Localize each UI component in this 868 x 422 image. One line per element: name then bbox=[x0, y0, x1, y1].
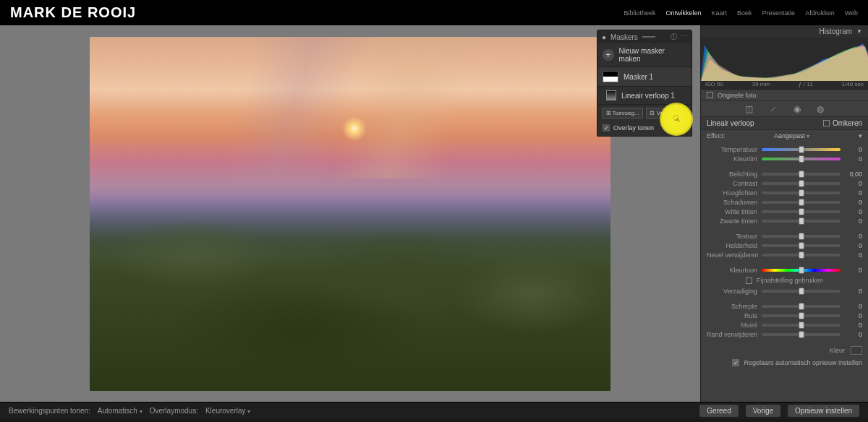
nav-ontwikkelen[interactable]: Ontwikkelen bbox=[666, 9, 702, 17]
slider-label-zwartetinten: Zwarte tinten bbox=[707, 218, 757, 225]
slider-belichting[interactable] bbox=[762, 173, 841, 176]
slider-ruis[interactable] bbox=[762, 314, 841, 317]
slider-label-contrast: Contrast bbox=[707, 180, 757, 187]
slider-label-moire: Moiré bbox=[707, 322, 757, 329]
slider-textuur[interactable] bbox=[762, 235, 841, 238]
effect-menu-icon[interactable]: ▾ bbox=[859, 132, 862, 139]
new-mask-label: Nieuw masker maken bbox=[619, 47, 686, 63]
slider-value-zwartetinten[interactable]: 0 bbox=[845, 218, 862, 225]
tool-heal-icon[interactable]: ⟋ bbox=[769, 104, 778, 114]
invert-checkbox[interactable] bbox=[823, 120, 830, 126]
meta-aperture: ƒ / 11 bbox=[799, 81, 813, 87]
tool-mask-icon[interactable]: ◍ bbox=[817, 104, 824, 114]
tool-crop-icon[interactable]: ◫ bbox=[745, 104, 753, 114]
slider-kleurtint[interactable] bbox=[762, 158, 841, 160]
slider-label-helderheid: Helderheid bbox=[707, 242, 757, 249]
mask-dot-icon[interactable]: ● bbox=[602, 33, 606, 41]
section-title: Lineair verloop bbox=[707, 119, 754, 127]
slider-value-belichting[interactable]: 0,00 bbox=[845, 171, 862, 178]
reset-button[interactable]: Opnieuw instellen bbox=[788, 405, 859, 417]
svg-marker-4 bbox=[701, 45, 868, 81]
nav-afdrukken[interactable]: Afdrukken bbox=[805, 9, 835, 17]
slider-value-helderheid[interactable]: 0 bbox=[845, 242, 862, 249]
slider-label-scherpte: Scherpte bbox=[707, 303, 757, 310]
slider-label-nevel: Nevel verwijderen bbox=[707, 251, 757, 259]
slider-value-nevel[interactable]: 0 bbox=[845, 251, 862, 259]
nav-presentatie[interactable]: Presentatie bbox=[762, 9, 796, 17]
overlaymode-label: Overlaymodus: bbox=[150, 407, 198, 415]
mask-menu-icon[interactable]: ⋯ bbox=[681, 33, 687, 42]
slider-scherpte[interactable] bbox=[762, 305, 841, 308]
slider-value-kleurtoon[interactable]: 0 bbox=[845, 267, 862, 274]
slider-label-rand: Rand verwijderen bbox=[707, 331, 757, 338]
image-viewer[interactable] bbox=[0, 25, 700, 402]
slider-value-kleurtint[interactable]: 0 bbox=[845, 155, 862, 163]
mask-item-label: Masker 1 bbox=[624, 73, 653, 81]
nav-bibliotheek[interactable]: Bibliotheek bbox=[624, 9, 656, 17]
slider-contrast[interactable] bbox=[762, 182, 841, 185]
slider-rand[interactable] bbox=[762, 333, 841, 336]
photo-preview bbox=[90, 37, 610, 391]
nav-boek[interactable]: Boek bbox=[737, 9, 752, 17]
slider-value-wittetinten[interactable]: 0 bbox=[845, 208, 862, 215]
kleur-swatch[interactable] bbox=[851, 346, 862, 355]
prev-button[interactable]: Vorige bbox=[746, 405, 780, 417]
masks-title: Maskers bbox=[610, 33, 638, 41]
mask-item-1[interactable]: Masker 1 bbox=[597, 67, 692, 87]
meta-shutter: 1/40 sec bbox=[842, 81, 864, 87]
slider-zwartetinten[interactable] bbox=[762, 220, 841, 223]
gradient-thumb-icon bbox=[606, 90, 616, 100]
slider-label-kleurtint: Kleurtint bbox=[707, 155, 757, 163]
histogram[interactable]: ISO 50 39 mm ƒ / 11 1/40 sec bbox=[701, 38, 868, 90]
slider-moire[interactable] bbox=[762, 324, 841, 327]
slider-value-schaduwen[interactable]: 0 bbox=[845, 199, 862, 206]
slider-nevel[interactable] bbox=[762, 254, 841, 257]
mask-component-label: Lineair verloop 1 bbox=[621, 92, 675, 100]
top-nav: Bibliotheek Ontwikkelen Kaart Boek Prese… bbox=[624, 9, 859, 17]
kleur-label: Kleur bbox=[830, 347, 845, 354]
slider-label-temperatuur: Temperatuur bbox=[707, 146, 757, 153]
done-button[interactable]: Gereed bbox=[699, 405, 738, 417]
effect-value[interactable]: Aangepast ▾ bbox=[774, 132, 810, 139]
slider-value-verzadiging[interactable]: 0 bbox=[845, 288, 862, 295]
slider-value-moire[interactable]: 0 bbox=[845, 322, 862, 329]
editpoints-mode[interactable]: Automatisch ▾ bbox=[98, 407, 142, 415]
original-label: Originele foto bbox=[718, 92, 757, 99]
mask-thumb-icon bbox=[603, 71, 618, 82]
overlaymode-value[interactable]: Kleuroverlay ▾ bbox=[205, 407, 250, 415]
mask-add-button[interactable]: ⊞ Toevoeg... bbox=[602, 108, 643, 119]
panel-collapse-icon[interactable]: ▼ bbox=[856, 28, 862, 35]
slider-temperatuur[interactable] bbox=[762, 148, 841, 151]
slider-verzadiging[interactable] bbox=[762, 290, 841, 293]
slider-label-belichting: Belichting bbox=[707, 171, 757, 178]
slider-wittetinten[interactable] bbox=[762, 210, 841, 213]
tool-redeye-icon[interactable]: ◉ bbox=[793, 104, 801, 114]
slider-label-schaduwen: Schaduwen bbox=[707, 199, 757, 206]
mask-info-icon[interactable]: ⓘ bbox=[671, 33, 677, 42]
slider-value-contrast[interactable]: 0 bbox=[845, 180, 862, 187]
fijnafstelling-checkbox[interactable] bbox=[746, 277, 752, 284]
slider-hooglichten[interactable] bbox=[762, 191, 841, 194]
slider-value-hooglichten[interactable]: 0 bbox=[845, 189, 862, 197]
slider-helderheid[interactable] bbox=[762, 244, 841, 247]
slider-value-scherpte[interactable]: 0 bbox=[845, 303, 862, 310]
new-mask-row[interactable]: + Nieuw masker maken bbox=[597, 43, 692, 67]
slider-label-kleurtoon: Kleurtoon bbox=[707, 267, 757, 274]
nav-web[interactable]: Web bbox=[845, 9, 858, 17]
cursor-highlight bbox=[660, 103, 693, 136]
original-checkbox[interactable] bbox=[707, 92, 713, 98]
slider-kleurtoon[interactable] bbox=[762, 269, 841, 272]
histogram-title[interactable]: Histogram bbox=[820, 27, 853, 35]
overlay-checkbox[interactable]: ✓ bbox=[603, 124, 610, 132]
slider-value-temperatuur[interactable]: 0 bbox=[845, 146, 862, 153]
overlay-label: Overlay tonen bbox=[613, 124, 654, 132]
fijnafstelling-label: Fijnafstelling gebruiken bbox=[757, 277, 823, 284]
slider-value-ruis[interactable]: 0 bbox=[845, 312, 862, 319]
slider-value-rand[interactable]: 0 bbox=[845, 331, 862, 338]
slider-label-hooglichten: Hooglichten bbox=[707, 189, 757, 197]
mask-opacity-slider[interactable] bbox=[642, 36, 655, 38]
auto-reset-checkbox[interactable]: ✓ bbox=[732, 359, 739, 366]
nav-kaart[interactable]: Kaart bbox=[712, 9, 728, 17]
slider-schaduwen[interactable] bbox=[762, 201, 841, 204]
slider-value-textuur[interactable]: 0 bbox=[845, 233, 862, 240]
